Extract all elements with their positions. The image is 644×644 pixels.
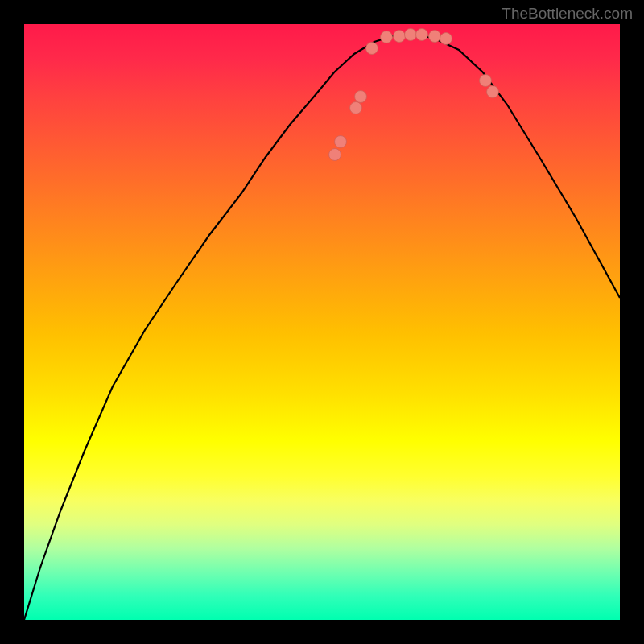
data-point (350, 102, 362, 114)
data-point (366, 43, 378, 55)
data-point (416, 29, 428, 41)
bottleneck-curve (24, 34, 620, 620)
data-point (329, 149, 341, 161)
data-point (487, 86, 499, 98)
data-point (394, 31, 406, 43)
data-point (355, 91, 367, 103)
watermark-text: TheBottleneck.com (502, 5, 633, 23)
data-point (480, 75, 492, 87)
plot-area (24, 24, 620, 620)
data-point (440, 33, 452, 45)
chart-svg (24, 24, 620, 620)
data-point (405, 29, 417, 41)
data-point (429, 31, 441, 43)
data-points (329, 29, 499, 161)
data-point (335, 136, 347, 148)
data-point (381, 31, 393, 43)
